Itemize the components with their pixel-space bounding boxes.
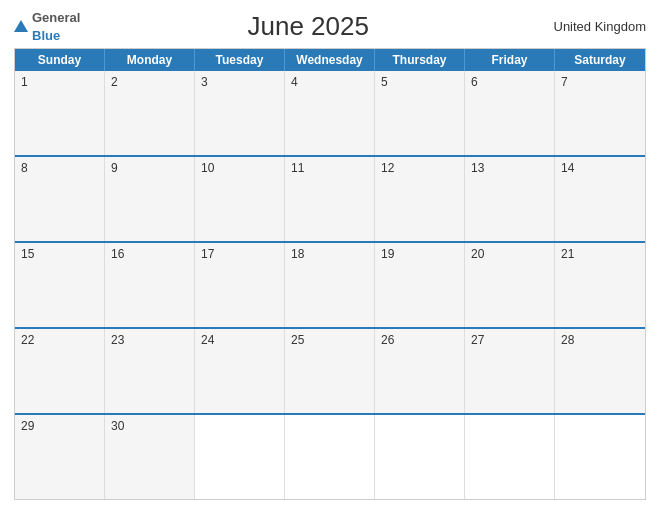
- day-number: 5: [381, 75, 388, 89]
- calendar-title: June 2025: [80, 11, 536, 42]
- day-header-sunday: Sunday: [15, 49, 105, 71]
- day-number: 7: [561, 75, 568, 89]
- day-number: 10: [201, 161, 214, 175]
- day-cell: 21: [555, 243, 645, 327]
- day-cell: 15: [15, 243, 105, 327]
- logo-general: General: [32, 10, 80, 25]
- calendar: Sunday Monday Tuesday Wednesday Thursday…: [14, 48, 646, 500]
- day-cell: 5: [375, 71, 465, 155]
- day-number: 25: [291, 333, 304, 347]
- day-cell: 30: [105, 415, 195, 499]
- logo-triangle-icon: [14, 20, 28, 32]
- page: General Blue June 2025 United Kingdom Su…: [0, 0, 660, 510]
- day-number: 30: [111, 419, 124, 433]
- day-cell: [285, 415, 375, 499]
- day-header-wednesday: Wednesday: [285, 49, 375, 71]
- day-cell: 3: [195, 71, 285, 155]
- day-cell: 1: [15, 71, 105, 155]
- day-number: 27: [471, 333, 484, 347]
- day-cell: 14: [555, 157, 645, 241]
- day-number: 18: [291, 247, 304, 261]
- day-cell: 28: [555, 329, 645, 413]
- day-number: 22: [21, 333, 34, 347]
- day-cell: 2: [105, 71, 195, 155]
- day-cell: 17: [195, 243, 285, 327]
- day-number: 12: [381, 161, 394, 175]
- day-number: 28: [561, 333, 574, 347]
- week-row-4: 22232425262728: [15, 327, 645, 413]
- day-cell: 16: [105, 243, 195, 327]
- day-number: 21: [561, 247, 574, 261]
- day-number: 2: [111, 75, 118, 89]
- day-cell: 12: [375, 157, 465, 241]
- day-header-tuesday: Tuesday: [195, 49, 285, 71]
- day-number: 29: [21, 419, 34, 433]
- day-number: 17: [201, 247, 214, 261]
- day-header-monday: Monday: [105, 49, 195, 71]
- day-number: 13: [471, 161, 484, 175]
- day-cell: 6: [465, 71, 555, 155]
- day-header-friday: Friday: [465, 49, 555, 71]
- day-number: 8: [21, 161, 28, 175]
- day-cell: 19: [375, 243, 465, 327]
- day-number: 15: [21, 247, 34, 261]
- week-row-3: 15161718192021: [15, 241, 645, 327]
- day-cell: 8: [15, 157, 105, 241]
- day-number: 4: [291, 75, 298, 89]
- day-number: 24: [201, 333, 214, 347]
- calendar-region: United Kingdom: [536, 19, 646, 34]
- day-number: 1: [21, 75, 28, 89]
- day-cell: 23: [105, 329, 195, 413]
- day-number: 11: [291, 161, 304, 175]
- day-cell: 27: [465, 329, 555, 413]
- day-number: 20: [471, 247, 484, 261]
- days-header: Sunday Monday Tuesday Wednesday Thursday…: [15, 49, 645, 71]
- day-number: 23: [111, 333, 124, 347]
- day-cell: 20: [465, 243, 555, 327]
- day-header-thursday: Thursday: [375, 49, 465, 71]
- day-header-saturday: Saturday: [555, 49, 645, 71]
- day-cell: 4: [285, 71, 375, 155]
- day-number: 19: [381, 247, 394, 261]
- day-cell: 13: [465, 157, 555, 241]
- day-number: 9: [111, 161, 118, 175]
- week-row-5: 2930: [15, 413, 645, 499]
- day-number: 6: [471, 75, 478, 89]
- day-cell: [555, 415, 645, 499]
- day-cell: 22: [15, 329, 105, 413]
- logo-text: General Blue: [32, 8, 80, 44]
- day-cell: 26: [375, 329, 465, 413]
- day-cell: 25: [285, 329, 375, 413]
- logo-blue: Blue: [32, 28, 60, 43]
- day-cell: 29: [15, 415, 105, 499]
- day-cell: [195, 415, 285, 499]
- day-cell: [375, 415, 465, 499]
- day-cell: 9: [105, 157, 195, 241]
- header: General Blue June 2025 United Kingdom: [0, 0, 660, 48]
- logo: General Blue: [14, 8, 80, 44]
- day-number: 26: [381, 333, 394, 347]
- weeks-container: 1234567891011121314151617181920212223242…: [15, 71, 645, 499]
- day-cell: [465, 415, 555, 499]
- week-row-2: 891011121314: [15, 155, 645, 241]
- day-cell: 10: [195, 157, 285, 241]
- day-cell: 24: [195, 329, 285, 413]
- day-cell: 18: [285, 243, 375, 327]
- day-cell: 7: [555, 71, 645, 155]
- week-row-1: 1234567: [15, 71, 645, 155]
- day-number: 14: [561, 161, 574, 175]
- day-number: 3: [201, 75, 208, 89]
- day-cell: 11: [285, 157, 375, 241]
- day-number: 16: [111, 247, 124, 261]
